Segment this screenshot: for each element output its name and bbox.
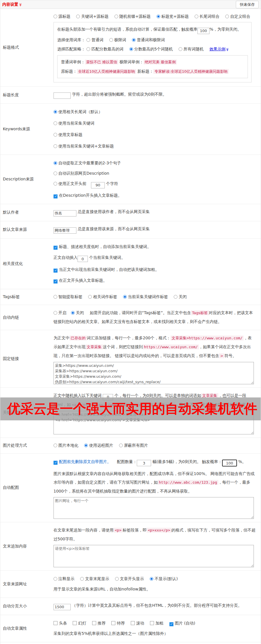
title-length-input[interactable] xyxy=(54,92,71,99)
row-keywords-source: Keywords来源 使用相关长尾词（默认） 使用当前采集关键词 使用文章标题 … xyxy=(0,104,261,155)
source-url-note: 用于显示文章的采集来源URL，自动加nofollow属性。 xyxy=(54,587,151,591)
checkbox-add-keywords-low-relevance[interactable]: 标题、描述相关度低时，自动添加当前采集关键词。 xyxy=(54,244,151,249)
row-label-tags: Tags标签 xyxy=(0,289,54,305)
radio-top5-random[interactable]: 分数最高的5个词随机 xyxy=(129,47,173,51)
description-source-group: 自动提取正文中最重要的2-3个句子 自动识别原网页Description 使用正… xyxy=(54,155,261,204)
checkbox-icon xyxy=(54,194,58,198)
radio-block-images[interactable]: 屏蔽所有图片 xyxy=(119,443,148,448)
row-article-attributes: 自动文章属性 头条 幻灯 推荐 特荐 滚动 加粗 图片 (自动) 采集到的文章有… xyxy=(0,615,261,642)
image-trigger-prob-input[interactable] xyxy=(222,460,237,466)
checkbox-scroll[interactable]: 滚动 xyxy=(131,621,144,625)
radio-detect-page-description[interactable]: 自动识别原网页Description xyxy=(54,171,109,176)
radio-normal-and-extreme[interactable]: 普通词和极限词 xyxy=(132,38,165,42)
row-label-title-format: 标题格式 xyxy=(0,9,54,86)
append-content-textarea[interactable] xyxy=(54,545,254,567)
checkbox-insert-title-at-head[interactable]: 在正文开头插入文章标题。 xyxy=(54,278,107,283)
radio-autolink-on[interactable]: 开启 xyxy=(54,310,66,315)
radio-keywords-plus-title[interactable]: 使用当前采集关键词+文章标题 xyxy=(54,144,114,148)
radio-clickbait-source-title[interactable]: 标题党+源标题 xyxy=(157,14,189,19)
radio-tags-off[interactable]: 关闭 xyxy=(174,294,187,299)
radio-normal-words[interactable]: 普通词 xyxy=(86,38,103,42)
default-source-input[interactable] xyxy=(54,227,76,234)
row-label-default-source: 默认文章来源 xyxy=(0,221,54,238)
checkbox-icon xyxy=(54,279,58,283)
checkbox-insert-title-in-description[interactable]: 在Description开头插入文章标题。 xyxy=(54,193,122,198)
radio-source-title[interactable]: 源标题 xyxy=(54,14,70,19)
checkbox-delete-original-images[interactable]: 配图前先删除原文自带图片。 xyxy=(54,459,111,464)
row-image-processing: 图片处理方式 图片本地化 使用远程图片 屏蔽所有图片 xyxy=(0,438,261,454)
default-author-input[interactable] xyxy=(54,210,76,216)
image-urls-textarea[interactable] xyxy=(54,497,254,519)
checkbox-bold[interactable]: 加粗 xyxy=(150,621,163,625)
radio-show-at-end[interactable]: 文章末尾显示 xyxy=(80,576,109,581)
insert-keywords-count-input[interactable] xyxy=(78,256,88,262)
row-label-keywords-source: Keywords来源 xyxy=(0,104,54,155)
page-title[interactable]: 内容设置≫ xyxy=(2,2,22,7)
radio-localize-images[interactable]: 图片本地化 xyxy=(54,443,78,448)
checkbox-icon xyxy=(150,621,154,625)
content-settings-page: 内容设置≫ 快速保存 标题格式 源标题 关键词+源标题 随机前缀+源标题 标题党… xyxy=(0,0,261,644)
default-author-note: 总是直接使用该作者，而不会从网页采集 xyxy=(78,209,150,214)
radio-show-at-head[interactable]: 文章开头显示 xyxy=(115,576,144,581)
title-length-note: 字符，超出部分将被强制截断。留空或设为0则不限。 xyxy=(72,92,167,96)
body-head-chars-input[interactable] xyxy=(91,182,105,188)
radio-extreme-words[interactable]: 极限词 xyxy=(109,38,126,42)
checkbox-image-auto[interactable]: 图片 (自动) xyxy=(169,621,195,625)
gt-symbol-highlight: > xyxy=(219,353,224,358)
radio-current-keywords-tags[interactable]: 当前采集关键词作标签 xyxy=(123,294,168,299)
watermark-banner: 优采云是一个强大而实用的自动采集机软件 xyxy=(0,397,261,420)
example-original-title: 全球近10亿人受精神健康问题影响 xyxy=(77,69,136,74)
radio-remote-images[interactable]: 使用远程图片 xyxy=(84,443,113,448)
radio-icon xyxy=(195,15,198,18)
checkbox-icon xyxy=(54,269,58,273)
chevron-down-icon: ≫ xyxy=(224,48,230,51)
effect-demo-link[interactable]: 效果示例 xyxy=(209,47,226,51)
checkbox-featured[interactable]: 特荐 xyxy=(111,621,125,625)
row-label-description-source: Description来源 xyxy=(0,155,54,204)
radio-autolink-off[interactable]: 关闭 xyxy=(71,310,84,315)
radio-article-title[interactable]: 使用文章标题 xyxy=(54,132,82,137)
row-default-source: 默认文章来源 总是直接使用该来源，而不会从网页采集 xyxy=(0,221,261,239)
radio-icon xyxy=(80,577,84,581)
image-count-input[interactable] xyxy=(137,460,151,466)
row-auto-image: 自动配图 配图前先删除原文自带图片。 配图数量： 幅(最多5幅)，为0则关闭。 … xyxy=(0,454,261,523)
radio-longtail-combo[interactable]: 长尾词组合 xyxy=(195,14,220,19)
radio-prefix-source-title[interactable]: 随机前缀+源标题 xyxy=(114,14,151,19)
radio-related-longtail[interactable]: 使用相关长尾词（默认） xyxy=(54,109,102,114)
image-url-example-highlight: http://www.abc.com/123.jpg xyxy=(158,480,218,485)
checkbox-recommend[interactable]: 推荐 xyxy=(92,621,106,625)
quick-save-button[interactable]: 快速保存 xyxy=(236,1,259,8)
source-url-radio-group: 注释显示 文章末尾显示 文章开头显示 不显示(默认) xyxy=(54,575,257,582)
radio-current-keywords[interactable]: 使用当前采集关键词 xyxy=(54,121,94,125)
fixed-links-textarea[interactable]: 采集>https://www.ucaiyun.com/ 采集器>https://… xyxy=(54,362,254,384)
row-article-source-url: 文章来源网址 注释显示 文章末尾显示 文章开头显示 不显示(默认) 用于显示文章… xyxy=(0,571,261,598)
radio-all-random[interactable]: 所有词随机 xyxy=(179,47,203,51)
pagination-size-input[interactable] xyxy=(54,604,71,610)
radio-highest-score[interactable]: 匹配分数最高的词 xyxy=(86,47,123,51)
radio-icon xyxy=(132,38,136,42)
checkbox-headline[interactable]: 头条 xyxy=(54,621,67,625)
title-trigger-prob-input[interactable] xyxy=(197,28,209,34)
checkbox-icon xyxy=(54,461,58,465)
checkbox-icon xyxy=(92,621,96,625)
row-label-auto-pagination: 自动分页大小 xyxy=(0,598,54,615)
row-label-article-source-url: 文章来源网址 xyxy=(0,571,54,598)
checkbox-bold-keywords[interactable]: 当正文中出现当前采集关键词时，自动把该关键词加粗。 xyxy=(54,267,159,272)
watermark-text: 优采云是一个强大而实用的自动采集机软件 xyxy=(0,400,257,418)
radio-show-as-comment[interactable]: 注释显示 xyxy=(54,576,74,581)
radio-hide-default[interactable]: 不显示(默认) xyxy=(150,576,178,581)
radio-icon xyxy=(123,295,127,299)
radio-icon xyxy=(150,577,153,581)
radio-custom-combo[interactable]: 自定义组合 xyxy=(225,14,250,19)
checkbox-slideshow[interactable]: 幻灯 xyxy=(73,621,86,625)
radio-icon xyxy=(84,444,88,447)
radio-related-words-tags[interactable]: 相关词作标签 xyxy=(88,294,117,299)
radio-smart-extract-tags[interactable]: 智能提取标签 xyxy=(54,294,82,299)
radio-use-body-head[interactable]: 使用正文开头前 xyxy=(54,181,86,186)
autolink-note: 如需开启此功能，请同时开启“Tags标签”。当正文中包含 xyxy=(90,310,191,315)
radio-auto-extract-sentences[interactable]: 自动提取正文中最重要的2-3个句子 xyxy=(54,161,121,165)
p-format-highlight: <p>xxx</p> xyxy=(147,528,171,533)
radio-keyword-source-title[interactable]: 关键词+源标题 xyxy=(76,14,108,19)
row-label-auto-image: 自动配图 xyxy=(0,454,54,522)
radio-icon xyxy=(109,38,113,42)
